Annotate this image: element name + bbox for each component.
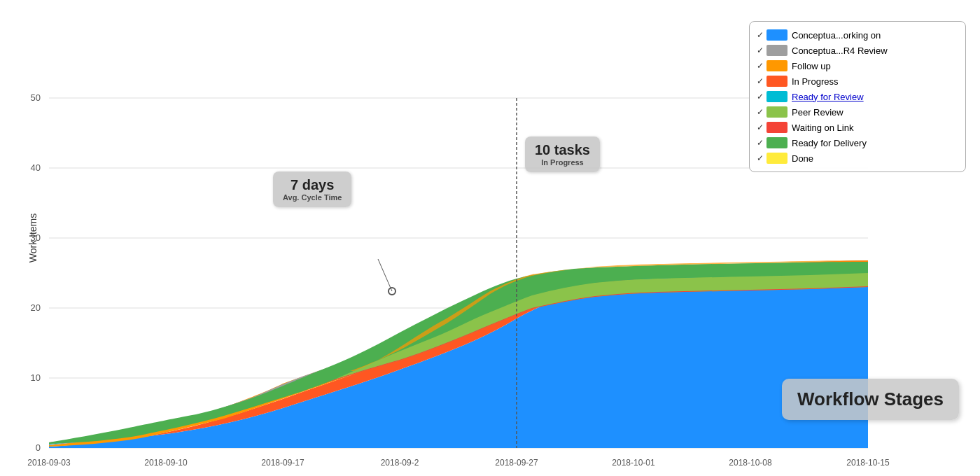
tooltip-days-value: 7 days (283, 177, 342, 193)
legend-label-2: Follow up (792, 61, 831, 71)
legend-label-3: In Progress (792, 76, 838, 87)
legend-color-8 (766, 153, 788, 164)
svg-text:0: 0 (36, 442, 41, 453)
legend-check-2: ✓ (757, 61, 764, 71)
legend-item-6[interactable]: ✓ Waiting on Link (757, 120, 958, 135)
svg-text:2018-09-17: 2018-09-17 (261, 458, 304, 468)
legend-check-6: ✓ (757, 122, 764, 132)
svg-text:2018-10-01: 2018-10-01 (612, 458, 655, 468)
legend-color-7 (766, 137, 788, 148)
legend-label-4: Ready for Review (792, 92, 864, 102)
legend-label-8: Done (792, 153, 813, 164)
legend-check-4: ✓ (757, 92, 764, 102)
legend-item-5[interactable]: ✓ Peer Review (757, 104, 958, 120)
y-axis-label: Work Items (27, 214, 38, 263)
legend-item-7[interactable]: ✓ Ready for Delivery (757, 135, 958, 150)
svg-text:2018-09-27: 2018-09-27 (495, 458, 538, 468)
svg-text:2018-10-15: 2018-10-15 (846, 458, 890, 468)
tasks-tooltip: 10 tasks In Progress (525, 136, 600, 172)
tooltip-tasks-label: In Progress (535, 158, 590, 167)
svg-text:10: 10 (31, 372, 41, 383)
legend-check-1: ✓ (757, 46, 764, 55)
legend-color-6 (766, 122, 788, 133)
svg-text:2018-09-10: 2018-09-10 (144, 458, 188, 468)
workflow-stages-label: Workflow Stages (782, 379, 959, 420)
legend-color-3 (766, 76, 788, 87)
legend-color-5 (766, 106, 788, 118)
legend-item-3[interactable]: ✓ In Progress (757, 74, 958, 89)
cycle-time-tooltip: 7 days Avg. Cycle Time (273, 172, 351, 207)
legend-label-0: Conceptua...orking on (792, 30, 881, 41)
legend-label-5: Peer Review (792, 107, 844, 118)
legend-color-0 (766, 29, 788, 41)
legend-item-1[interactable]: ✓ Conceptua...R4 Review (757, 43, 958, 58)
tooltip-days-label: Avg. Cycle Time (283, 193, 342, 202)
legend-item-2[interactable]: ✓ Follow up (757, 58, 958, 74)
svg-text:2018-10-08: 2018-10-08 (729, 458, 772, 468)
legend-check-0: ✓ (757, 30, 764, 40)
svg-text:40: 40 (31, 162, 41, 173)
legend-color-4 (766, 91, 788, 102)
legend-box: ✓ Conceptua...orking on ✓ Conceptua...R4… (749, 21, 966, 172)
legend-item-8[interactable]: ✓ Done (757, 150, 958, 166)
legend-item-0[interactable]: ✓ Conceptua...orking on (757, 27, 958, 43)
svg-text:2018-09-2: 2018-09-2 (381, 458, 419, 468)
legend-check-3: ✓ (757, 76, 764, 86)
legend-check-5: ✓ (757, 107, 764, 117)
legend-check-8: ✓ (757, 153, 764, 163)
tooltip-tasks-value: 10 tasks (535, 142, 590, 158)
legend-label-1: Conceptua...R4 Review (792, 46, 888, 56)
legend-label-6: Waiting on Link (792, 122, 853, 133)
svg-text:2018-09-03: 2018-09-03 (27, 458, 71, 468)
legend-color-2 (766, 60, 788, 71)
legend-check-7: ✓ (757, 138, 764, 148)
chart-container: 0 10 20 30 40 50 2018-09-03 2018-09-10 2… (0, 0, 980, 476)
svg-text:50: 50 (31, 92, 41, 103)
legend-color-1 (766, 45, 788, 56)
legend-item-4[interactable]: ✓ Ready for Review (757, 89, 958, 104)
svg-text:20: 20 (31, 302, 41, 313)
legend-label-7: Ready for Delivery (792, 138, 867, 148)
